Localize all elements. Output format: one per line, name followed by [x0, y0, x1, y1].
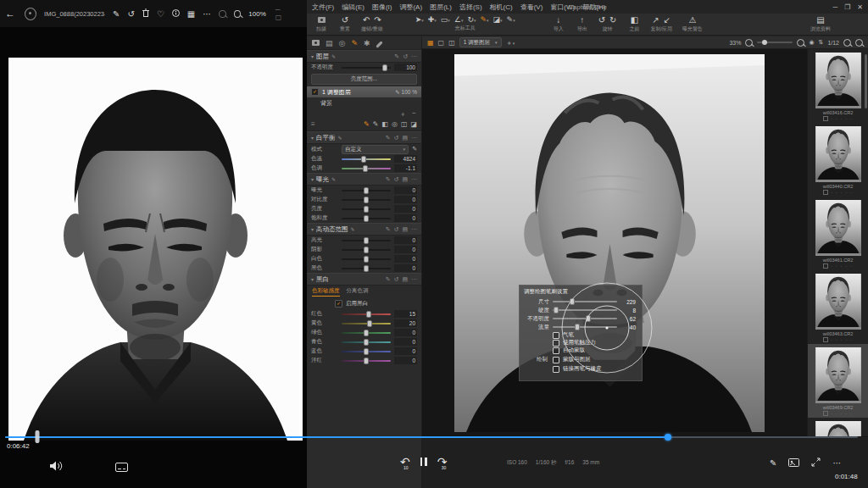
reset-button[interactable]: ↺ 重置 [337, 15, 353, 33]
checkbox[interactable] [553, 366, 559, 373]
tab-library-icon[interactable]: ▤ [326, 39, 333, 47]
menu-item[interactable]: 文件(F) [312, 3, 334, 12]
layers-panel-header[interactable]: ▾ 图层 ✎ ✎ ↺ ⋯ [307, 50, 421, 63]
rating-dots[interactable]: · · · · · [831, 117, 853, 120]
search-icon[interactable] [843, 39, 851, 47]
grid-icon[interactable]: ▦ [187, 9, 195, 19]
hdr-panel-header[interactable]: ▾ 高动态范围 ✎ ✎ ↺ ▤ ⋯ [307, 223, 421, 236]
slider-track[interactable] [342, 158, 391, 160]
multi-view-icon[interactable]: ▦ [427, 39, 434, 47]
panel-brush-icon[interactable]: ✎ [386, 226, 391, 233]
tab-adjust-brush-icon[interactable]: ✎ [351, 39, 358, 47]
fullscreen-icon[interactable] [811, 458, 821, 469]
edit-icon[interactable]: ✎ [113, 9, 120, 19]
seek-start-marker[interactable] [36, 430, 40, 443]
slider-track[interactable] [342, 332, 391, 334]
capture-button[interactable]: 拍摄 [314, 15, 329, 33]
proof-eye-icon[interactable]: ◉ [809, 39, 814, 46]
rotate-group[interactable]: ↺ ↻ 旋转 [598, 15, 617, 33]
filmstrip-item[interactable]: will03469.CR2 · · · · · [808, 344, 868, 418]
menu-item[interactable]: 调整(A) [399, 3, 422, 12]
window-controls[interactable]: ─ ❐ ✕ [832, 3, 863, 11]
mask-gradient-icon[interactable]: ◧ [381, 120, 388, 128]
slider-thumb[interactable] [364, 358, 369, 364]
mask-erase-icon[interactable]: ◪ [410, 120, 417, 128]
viewer-canvas[interactable]: 调整绘图笔刷设置 尺寸 229 [422, 49, 807, 436]
scale-icon[interactable]: ≡ [311, 120, 315, 128]
player-more-icon[interactable]: ⋯ [832, 458, 841, 468]
add-layer-icon[interactable]: ＋ [399, 109, 406, 119]
crop-tool-icon[interactable]: ▭▾ [441, 15, 450, 24]
viewer-zoom-slider[interactable] [757, 42, 793, 43]
slider-track[interactable] [342, 199, 391, 201]
mask-fill-icon[interactable]: ◫ [401, 120, 408, 128]
tab-styles-icon[interactable]: ✱ [364, 39, 370, 47]
straighten-tool-icon[interactable]: ∠▾ [454, 15, 464, 24]
pause-button[interactable] [420, 458, 427, 466]
tab-split-tones[interactable]: 分离色调 [347, 287, 369, 297]
panel-more-icon[interactable]: ⋯ [411, 226, 417, 233]
before-after-button[interactable]: ◧ 之前 [626, 15, 642, 33]
menu-item[interactable]: 编辑(E) [342, 3, 364, 12]
panel-brush-icon[interactable]: ✎ [386, 135, 391, 141]
slider-track[interactable] [342, 218, 391, 219]
panel-reset-icon[interactable]: ↺ [394, 276, 399, 283]
rating-dots[interactable]: · · · · · [831, 338, 853, 341]
enable-bw-checkbox[interactable]: ✓ [335, 300, 342, 308]
checkbox[interactable] [553, 332, 559, 339]
seek-bar[interactable] [5, 436, 858, 439]
menu-item[interactable]: 图像(I) [372, 3, 392, 12]
slider-track[interactable] [342, 360, 391, 362]
slider-thumb[interactable] [575, 324, 580, 330]
slider-thumb[interactable] [586, 315, 591, 322]
slider-thumb[interactable] [364, 265, 369, 272]
luma-range-button[interactable]: 亮度范围... [311, 74, 417, 85]
pan-tool-icon[interactable]: ✚▾ [428, 15, 437, 24]
thumbnail-checkbox[interactable] [823, 263, 828, 269]
erase-mask-tool-icon[interactable]: ◪▾ [493, 15, 503, 24]
thumbnail-checkbox[interactable] [823, 337, 828, 342]
slider-track[interactable] [342, 341, 391, 343]
filmstrip-item[interactable]: will03472.CR2 · · · · · [808, 418, 868, 436]
filmstrip-scrollbar[interactable] [865, 54, 867, 108]
menu-item[interactable]: 选择(S) [459, 3, 482, 12]
slider-thumb[interactable] [364, 247, 369, 253]
tab-lens-icon[interactable]: ◎ [339, 39, 346, 47]
more-icon[interactable]: ⋯ [203, 9, 211, 19]
mask-radial-icon[interactable]: ◎ [392, 120, 398, 128]
menu-item[interactable]: 相机(C) [490, 3, 513, 12]
slider-thumb[interactable] [554, 307, 559, 313]
rating-dots[interactable]: · · · · · [831, 191, 853, 194]
slider-thumb[interactable] [364, 215, 369, 222]
panel-more-icon[interactable]: ⋯ [411, 176, 417, 183]
panel-reset-icon[interactable]: ↺ [394, 176, 399, 183]
exposure-warning-button[interactable]: ⚠ 曝光警告 [682, 15, 703, 33]
checkbox[interactable] [553, 357, 559, 363]
slider-track[interactable] [553, 301, 617, 302]
slider-thumb[interactable] [364, 256, 369, 263]
export-button[interactable]: ↑ 导出 [575, 15, 590, 33]
slider-track[interactable] [342, 240, 391, 241]
panel-brush-icon[interactable]: ✎ [394, 53, 399, 60]
slider-thumb[interactable] [364, 330, 369, 336]
slider-thumb[interactable] [361, 156, 366, 163]
slider-thumb[interactable] [364, 339, 369, 346]
panel-reset-icon[interactable]: ↺ [394, 135, 399, 141]
panel-more-icon[interactable]: ⋯ [411, 276, 417, 283]
slider-track[interactable] [342, 313, 391, 315]
tab-capture-icon[interactable] [312, 39, 320, 47]
slider-thumb[interactable] [364, 206, 369, 213]
split-view-icon[interactable]: ◫ [448, 39, 455, 47]
filmstrip-item[interactable]: will03416.CR2 · · · · · [808, 49, 868, 123]
add-variant-button[interactable]: ＋▾ [506, 38, 515, 47]
slider-track[interactable] [342, 268, 391, 269]
draw-mask-tool-icon[interactable]: ✎▾ [480, 15, 488, 24]
thumbnail-checkbox[interactable] [823, 190, 828, 195]
wb-mode-select[interactable]: 自定义▾ [342, 145, 409, 154]
slider-track[interactable] [553, 318, 617, 319]
white-balance-panel-header[interactable]: ▾ 白平衡 ✎ ✎ ↺ ▤ ⋯ [307, 131, 421, 144]
thumbnail-checkbox[interactable] [823, 116, 828, 121]
undo-redo-group[interactable]: ↶ ↷ 撤销/重做 [361, 15, 383, 33]
panel-preset-icon[interactable]: ▤ [402, 226, 408, 233]
captions-icon[interactable] [115, 460, 128, 475]
